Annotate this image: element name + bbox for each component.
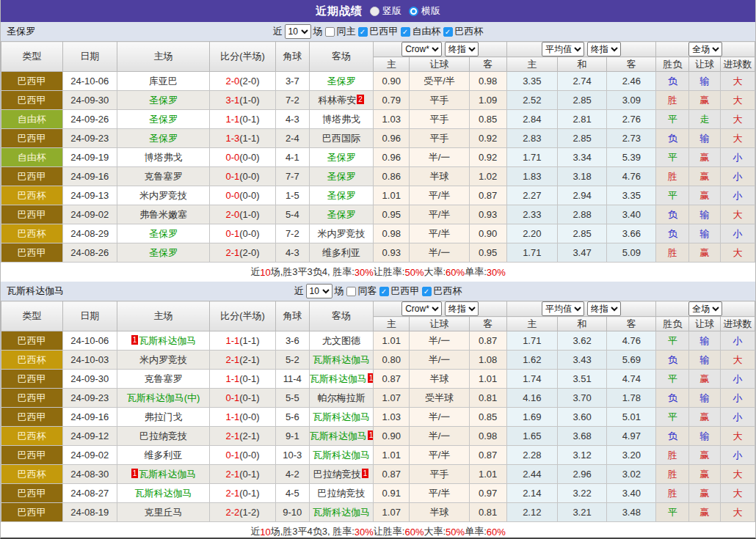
avg-draw: 3.60 bbox=[557, 408, 606, 427]
half-time-score: (0-1) bbox=[239, 488, 259, 499]
odds-handicap: 半/一 bbox=[410, 243, 470, 263]
avg-draw: 3.12 bbox=[557, 446, 606, 465]
away-team-name: 巴拉纳竞技 bbox=[313, 469, 361, 480]
league-checkbox-1[interactable]: ✓ bbox=[401, 27, 410, 37]
half-time-score: (2-1) bbox=[239, 430, 259, 441]
same-venue-checkbox[interactable] bbox=[325, 27, 335, 37]
home-team: 弗鲁米嫩塞 bbox=[117, 205, 209, 224]
recent-count-select[interactable]: 10 bbox=[285, 24, 311, 39]
league-checkbox-0[interactable]: ✓ bbox=[379, 287, 389, 296]
home-team-name: 圣保罗 bbox=[149, 114, 178, 125]
result-handicap: 赢 bbox=[689, 167, 721, 186]
scope-select[interactable]: 全场 bbox=[688, 42, 722, 56]
odds-away: 0.95 bbox=[469, 243, 506, 263]
same-venue-checkbox[interactable] bbox=[346, 287, 356, 296]
odds-away: 1.01 bbox=[469, 370, 506, 389]
summary-part: 60% bbox=[404, 527, 424, 538]
avg-draw: 2.88 bbox=[557, 205, 606, 224]
half-time-score: (2-0) bbox=[239, 247, 259, 258]
match-row: 巴西杯24-08-29圣保罗0-1(0-0)7-2米内罗竞技0.98平/半0.9… bbox=[1, 224, 755, 243]
match-date: 24-08-29 bbox=[62, 224, 117, 243]
odds-handicap: 平/半 bbox=[410, 205, 470, 224]
avg-provider-select[interactable]: 平均值 bbox=[542, 301, 584, 316]
match-score: 0-0(0-0) bbox=[210, 186, 276, 205]
home-team: 米内罗竞技 bbox=[117, 351, 209, 370]
result-outcome: 负 bbox=[656, 224, 689, 243]
away-team: 帕尔梅拉斯 bbox=[309, 389, 374, 408]
result-handicap: 输 bbox=[689, 331, 721, 351]
radio-label: 竖版 bbox=[382, 4, 401, 18]
recent-count-select[interactable]: 10 bbox=[306, 284, 332, 298]
result-outcome: 胜 bbox=[656, 243, 689, 263]
home-team-name: 克里丘马 bbox=[145, 507, 183, 518]
away-team: 博塔弗戈 bbox=[309, 110, 374, 129]
avg-away: 2.46 bbox=[607, 72, 656, 91]
result-text: 小 bbox=[733, 152, 743, 163]
layout-radio-horizontal[interactable]: 横版 bbox=[409, 4, 440, 18]
odds-away: 1.09 bbox=[469, 91, 506, 110]
odds-provider-select[interactable]: Crow* bbox=[401, 301, 442, 316]
odds-away: 0.87 bbox=[469, 446, 506, 465]
match-row: 巴西甲24-08-27瓦斯科达伽马2-1(0-1)4-5巴拉纳竞技0.91平/半… bbox=[1, 484, 755, 503]
result-outcome: 平 bbox=[656, 331, 689, 351]
odds-stage-select[interactable]: 终指 bbox=[445, 301, 479, 316]
summary-part: 50% bbox=[446, 527, 465, 538]
match-type-badge: 自由杯 bbox=[1, 110, 63, 129]
result-text: 大 bbox=[733, 507, 743, 518]
corner-score: 9-1 bbox=[275, 427, 309, 446]
league-checkbox-1[interactable]: ✓ bbox=[422, 287, 432, 296]
avg-provider-select[interactable]: 平均值 bbox=[542, 42, 584, 56]
layout-radio-vertical[interactable]: 竖版 bbox=[370, 4, 401, 18]
match-row: 自由杯24-09-26圣保罗1-1(0-1)4-3博塔弗戈1.03平手0.852… bbox=[1, 110, 755, 129]
avg-stage-select[interactable]: 终指 bbox=[587, 42, 621, 56]
half-time-score: (2-0) bbox=[239, 76, 259, 87]
match-date: 24-10-06 bbox=[62, 331, 117, 351]
odds-handicap: 半/一 bbox=[410, 351, 470, 370]
title-bar: 近期战绩 竖版横版 bbox=[1, 0, 755, 22]
match-date: 24-08-30 bbox=[62, 465, 117, 484]
away-team-name: 瓦斯科达伽马 bbox=[313, 507, 370, 518]
radio-label: 横版 bbox=[421, 4, 440, 18]
half-time-score: (0-0) bbox=[239, 450, 259, 461]
col-date: 日期 bbox=[62, 42, 117, 72]
match-row: 自由杯24-09-19博塔弗戈0-0(0-0)4-1圣保罗0.96半/一0.92… bbox=[1, 148, 755, 167]
result-text: 胜 bbox=[668, 95, 677, 106]
summary-part: 让胜率: bbox=[374, 525, 405, 538]
result-text: 输 bbox=[700, 133, 710, 144]
corner-score: 2-4 bbox=[275, 129, 309, 148]
result-text: 大 bbox=[733, 247, 743, 258]
radio-icon bbox=[409, 7, 418, 16]
away-team: 圣保罗 bbox=[309, 72, 374, 91]
half-time-score: (2-1) bbox=[239, 354, 259, 365]
result-outcome: 负 bbox=[656, 205, 689, 224]
result-goals: 大 bbox=[721, 351, 755, 370]
result-handicap: 赢 bbox=[689, 503, 721, 522]
avg-away: 2.76 bbox=[607, 110, 656, 129]
scope-select[interactable]: 全场 bbox=[688, 301, 722, 316]
summary-part: 30% bbox=[487, 267, 506, 278]
page-title: 近期战绩 bbox=[316, 4, 363, 18]
result-handicap: 输 bbox=[689, 351, 721, 370]
home-team-name: 圣保罗 bbox=[149, 247, 178, 258]
odds-away: 1.01 bbox=[469, 465, 506, 484]
result-outcome: 负 bbox=[656, 129, 689, 148]
odds-away: 1.02 bbox=[469, 167, 506, 186]
home-team-name: 瓦斯科达伽马 bbox=[135, 488, 192, 499]
match-type-badge: 巴西杯 bbox=[1, 224, 63, 243]
avg-draw: 3.18 bbox=[557, 167, 606, 186]
league-checkbox-0[interactable]: ✓ bbox=[358, 27, 368, 37]
col-odds-handicap: 让球 bbox=[410, 57, 470, 72]
odds-away: 0.81 bbox=[469, 389, 506, 408]
avg-away: 3.35 bbox=[607, 186, 656, 205]
recent-controls: 近10场同主✓巴西甲✓自由杯✓巴西杯 bbox=[273, 24, 484, 39]
league-checkbox-2[interactable]: ✓ bbox=[443, 27, 453, 37]
avg-stage-select[interactable]: 终指 bbox=[587, 301, 621, 316]
full-time-score: 0-1 bbox=[225, 450, 239, 461]
record-summary: 近10场,胜3平3负4, 胜率:30% 让胜率:50% 大率:60% 单率:30… bbox=[1, 263, 755, 282]
result-text: 小 bbox=[733, 411, 743, 422]
result-handicap: 输 bbox=[689, 427, 721, 446]
odds-provider-select[interactable]: Crow* bbox=[401, 42, 442, 56]
odds-home: 0.86 bbox=[374, 167, 410, 186]
avg-home: 2.52 bbox=[506, 91, 557, 110]
odds-stage-select[interactable]: 终指 bbox=[445, 42, 479, 56]
